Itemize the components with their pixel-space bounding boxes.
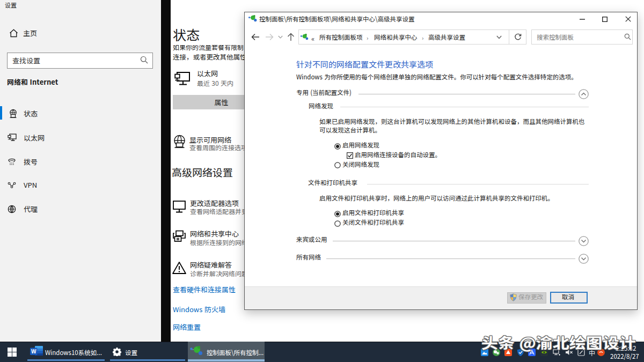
svg-text:W: W [31,347,36,355]
